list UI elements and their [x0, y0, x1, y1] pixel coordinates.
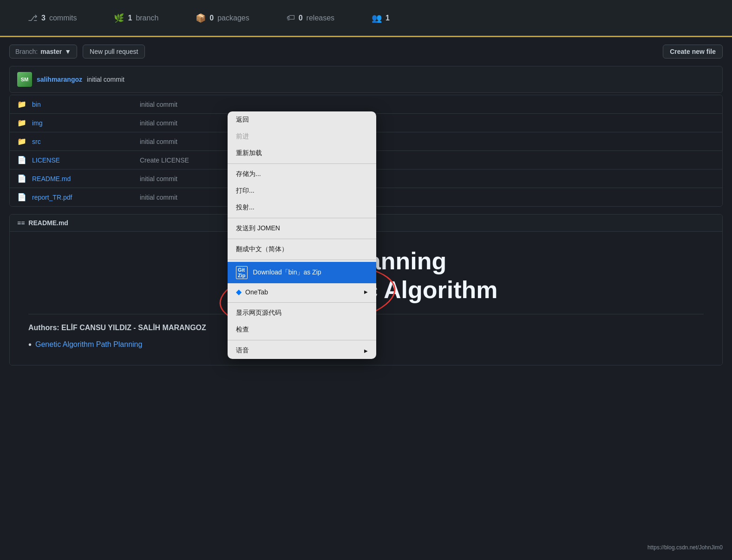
commits-stat[interactable]: ⎇ 3 commits: [9, 13, 95, 23]
new-pull-request-button[interactable]: New pull request: [83, 45, 145, 59]
toolbar-right: Create new file: [663, 45, 723, 59]
branch-label: branch: [136, 14, 158, 22]
separator-1: [228, 163, 376, 164]
file-name[interactable]: report_TR.pdf: [32, 194, 134, 201]
packages-icon: 📦: [196, 13, 206, 23]
contributors-count: 1: [386, 14, 390, 22]
file-commit-msg: initial commit: [140, 194, 715, 201]
file-commit-msg: Create LICENSE: [140, 156, 715, 164]
context-menu-save[interactable]: 存储为...: [228, 166, 376, 182]
commit-message: initial commit: [87, 76, 124, 83]
releases-count: 0: [299, 14, 303, 22]
context-menu: 返回 前进 重新加载 存储为... 打印... 投射... 发送到 JOMEN …: [228, 111, 376, 359]
create-new-file-button[interactable]: Create new file: [663, 45, 723, 59]
avatar-image: SM: [17, 72, 32, 87]
file-commit-msg: initial commit: [140, 119, 715, 127]
branch-count: 1: [128, 14, 132, 22]
chevron-down-icon: ▼: [65, 48, 71, 55]
packages-label: packages: [217, 14, 249, 22]
separator-3: [228, 239, 376, 239]
releases-stat[interactable]: 🏷 0 releases: [268, 13, 353, 23]
avatar: SM: [17, 72, 32, 87]
file-commit-msg: initial commit: [140, 138, 715, 145]
separator-4: [228, 260, 376, 260]
readme-title-label: README.md: [28, 219, 68, 227]
context-menu-gitzip[interactable]: GitZip Download「bin」as Zip: [228, 262, 376, 283]
file-name[interactable]: README.md: [32, 175, 134, 182]
context-menu-cast[interactable]: 投射...: [228, 199, 376, 216]
file-type-icon: 📁: [17, 137, 26, 146]
url-bar: https://blog.csdn.net/JohnJim0: [647, 544, 723, 551]
commit-author[interactable]: salihmarangoz: [37, 76, 82, 83]
file-name[interactable]: img: [32, 119, 134, 127]
file-type-icon: 📄: [17, 156, 26, 164]
context-menu-inspect[interactable]: 检查: [228, 321, 376, 338]
context-menu-voice[interactable]: 语音: [228, 342, 376, 359]
context-menu-translate[interactable]: 翻成中文（简体）: [228, 241, 376, 258]
file-name[interactable]: bin: [32, 101, 134, 108]
separator-2: [228, 218, 376, 218]
context-menu-reload[interactable]: 重新加载: [228, 145, 376, 162]
readme-link[interactable]: Genetic Algorithm Path Planning: [35, 340, 142, 349]
onetab-label: OneTab: [245, 288, 268, 296]
contributors-icon: 👥: [372, 13, 382, 23]
branch-icon: 🌿: [114, 13, 124, 23]
context-menu-back[interactable]: 返回: [228, 111, 376, 128]
separator-6: [228, 340, 376, 340]
branch-stat[interactable]: 🌿 1 branch: [95, 13, 177, 23]
context-menu-view-source[interactable]: 显示网页源代码: [228, 305, 376, 321]
file-name[interactable]: src: [32, 138, 134, 145]
contributors-stat[interactable]: 👥 1: [353, 13, 408, 23]
context-menu-onetab[interactable]: ◆ OneTab: [228, 283, 376, 300]
context-menu-forward: 前进: [228, 128, 376, 145]
onetab-icon: ◆: [236, 287, 242, 296]
table-row[interactable]: 📁 bin initial commit: [10, 95, 722, 114]
branch-selector[interactable]: Branch: master ▼: [9, 45, 77, 59]
packages-count: 0: [209, 14, 214, 22]
gitzip-label: Download「bin」as Zip: [253, 268, 321, 277]
branch-name: master: [40, 48, 62, 55]
file-type-icon: 📁: [17, 100, 26, 109]
file-commit-msg: initial commit: [140, 175, 715, 182]
file-type-icon: 📁: [17, 118, 26, 127]
stats-bar: ⎇ 3 commits 🌿 1 branch 📦 0 packages 🏷 0 …: [0, 0, 732, 37]
context-menu-print[interactable]: 打印...: [228, 182, 376, 199]
file-type-icon: 📄: [17, 193, 26, 202]
commit-info-bar: SM salihmarangoz initial commit: [9, 66, 723, 93]
readme-icon: ≡≡: [17, 219, 25, 227]
commits-icon: ⎇: [28, 13, 38, 23]
commits-label: commits: [49, 14, 77, 22]
separator-5: [228, 302, 376, 303]
file-type-icon: 📄: [17, 174, 26, 183]
gitzip-icon: GitZip: [236, 266, 248, 279]
toolbar: Branch: master ▼ New pull request Create…: [0, 37, 732, 66]
branch-label-text: Branch:: [15, 48, 38, 55]
file-commit-msg: initial commit: [140, 101, 715, 108]
context-menu-send[interactable]: 发送到 JOMEN: [228, 220, 376, 237]
commits-count: 3: [41, 14, 46, 22]
toolbar-left: Branch: master ▼ New pull request: [9, 45, 145, 59]
file-name[interactable]: LICENSE: [32, 156, 134, 164]
releases-label: releases: [307, 14, 334, 22]
releases-icon: 🏷: [287, 13, 295, 23]
packages-stat[interactable]: 📦 0 packages: [177, 13, 268, 23]
